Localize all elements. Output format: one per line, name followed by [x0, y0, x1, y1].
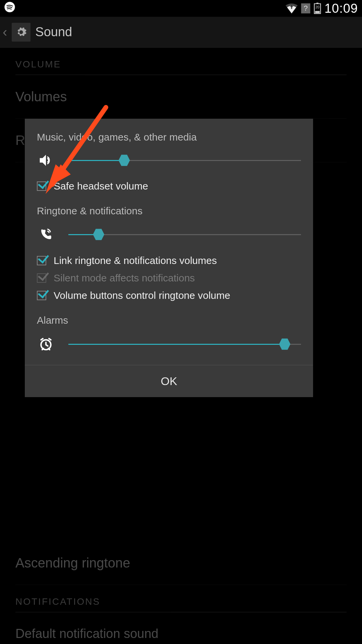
- media-volume-slider[interactable]: [37, 154, 301, 167]
- safe-headset-checkbox[interactable]: Safe headset volume: [37, 180, 301, 192]
- checkbox-label: Link ringtone & notifications volumes: [54, 255, 217, 266]
- wifi-icon: [286, 3, 298, 13]
- checkbox-icon: [37, 256, 46, 265]
- slider-thumb[interactable]: [119, 154, 130, 167]
- checkbox-label: Silent mode affects notifications: [54, 272, 195, 284]
- silent-mode-checkbox: Silent mode affects notifications: [37, 272, 301, 284]
- media-volume-label: Music, video, games, & other media: [37, 131, 301, 143]
- ringtone-volume-slider[interactable]: [37, 227, 301, 241]
- volume-buttons-checkbox[interactable]: Volume buttons control ringtone volume: [37, 290, 301, 301]
- slider-track[interactable]: [68, 160, 301, 161]
- page-title: Sound: [35, 25, 72, 39]
- volumes-dialog: Music, video, games, & other media Safe …: [25, 119, 313, 397]
- spotify-icon: [4, 1, 15, 15]
- svg-rect-5: [315, 11, 320, 13]
- alarms-volume-label: Alarms: [37, 315, 301, 326]
- checkbox-label: Volume buttons control ringtone volume: [54, 290, 230, 301]
- alarm-clock-icon: [38, 337, 54, 352]
- link-volumes-checkbox[interactable]: Link ringtone & notifications volumes: [37, 255, 301, 266]
- section-header-volume: VOLUME: [15, 48, 347, 75]
- battery-icon: 20: [314, 3, 321, 14]
- slider-thumb[interactable]: [279, 338, 290, 351]
- app-bar: ‹ Sound: [0, 17, 362, 48]
- svg-text:?: ?: [304, 4, 308, 12]
- checkbox-icon: [37, 181, 46, 191]
- setting-label: Default notification sound: [15, 627, 347, 641]
- phone-ringing-icon: [38, 227, 54, 241]
- gear-icon[interactable]: [12, 23, 31, 42]
- ringtone-volume-label: Ringtone & notifications: [37, 205, 301, 217]
- svg-text:20: 20: [315, 5, 319, 9]
- setting-volumes[interactable]: Volumes: [15, 75, 347, 119]
- alarms-volume-slider[interactable]: [37, 337, 301, 352]
- setting-default-notification-sound[interactable]: Default notification sound Argon: [15, 612, 347, 644]
- signal-unknown-icon: ?: [301, 3, 310, 13]
- slider-thumb[interactable]: [93, 228, 104, 241]
- status-bar: ? 20 10:09: [0, 0, 362, 17]
- section-header-notifications: NOTIFICATIONS: [15, 585, 347, 612]
- checkbox-label: Safe headset volume: [54, 180, 148, 192]
- slider-track[interactable]: [68, 234, 301, 235]
- back-chevron-icon[interactable]: ‹: [3, 24, 7, 40]
- clock: 10:09: [324, 1, 358, 16]
- checkbox-icon: [37, 273, 46, 283]
- setting-ascending-ringtone[interactable]: Ascending ringtone: [15, 541, 347, 585]
- slider-track[interactable]: [68, 344, 301, 345]
- checkbox-icon: [37, 291, 46, 300]
- ok-button[interactable]: OK: [25, 365, 313, 397]
- speaker-icon: [38, 154, 54, 167]
